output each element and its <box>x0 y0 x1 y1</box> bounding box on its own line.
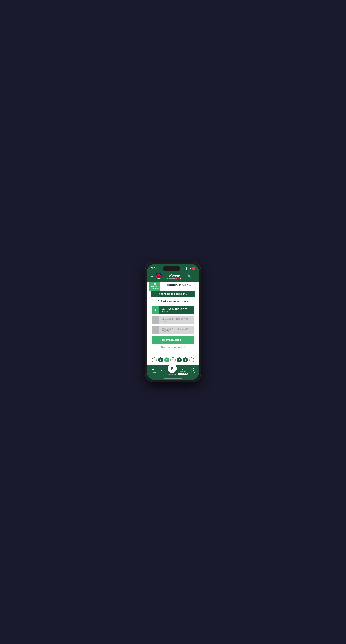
dictionary-icon <box>151 368 155 372</box>
option-c-text: YOU LIVE AT THE UNITED STATES <box>159 326 194 334</box>
phone-screen: 09:53 ▌▌ ∿ 18 ← <box>147 264 199 380</box>
success-message: Well done! Você acertou! <box>152 346 194 348</box>
notification-badge: 0 <box>163 367 165 369</box>
exercise-tag-badge: ⊡ Exercícios Gramaticais <box>149 282 160 291</box>
nav-live[interactable]: Aulas ao Vivo 3 dias 9:06:05 <box>178 366 188 375</box>
page-6[interactable]: 6 <box>164 358 169 362</box>
page-8[interactable]: 8 <box>177 358 182 362</box>
status-bar: 09:53 ▌▌ ∿ 18 <box>147 264 199 272</box>
page-next-button[interactable]: → <box>189 358 194 362</box>
home-button[interactable] <box>168 364 177 373</box>
section-header: PREPOSIÇÕES DE LOCAL <box>151 291 195 297</box>
app-logo: Kenny idiomas 🇬🇧 🇺🇸 🇪🇸 🇫🇷 <box>163 274 186 279</box>
nav-dictionary-label: Dicionário <box>150 372 156 374</box>
option-c-letter: C <box>152 326 159 334</box>
svg-rect-4 <box>152 370 154 370</box>
live-time-badge: 3 dias 9:06:05 <box>178 373 188 375</box>
nav-conversation-label: Conversação <box>158 372 167 374</box>
question-card: 7. Assinale a frase correta A YOU LIVE I… <box>149 297 197 354</box>
status-time: 09:53 <box>151 267 157 270</box>
language-label: Inglês <box>157 278 161 279</box>
next-question-button[interactable]: Proxima questão → <box>152 336 194 344</box>
nav-version: v5.2.2 <box>189 368 197 374</box>
language-selector[interactable]: Inglês <box>156 273 162 279</box>
option-c[interactable]: C YOU LIVE AT THE UNITED STATES <box>152 326 194 334</box>
home-indicator <box>147 378 199 380</box>
page-prev-button[interactable]: ← <box>152 358 157 362</box>
nav-home-label: Menu inicial <box>168 374 176 375</box>
nav-version-label: v5.2.2 <box>191 372 195 374</box>
nav-live-label: Aulas ao Vivo <box>178 371 187 372</box>
version-icon <box>191 368 195 372</box>
option-a[interactable]: A YOU LIVE IN THE UNITED STATES <box>152 306 194 314</box>
nav-header: ← Inglês Kenny idiomas 🇬🇧 🇺🇸 🇪🇸 🇫🇷 <box>147 272 199 282</box>
svg-rect-9 <box>182 368 183 368</box>
main-content: ⊡ Exercícios Gramaticais Módulo 1: Aula … <box>147 282 199 365</box>
option-b-letter: B <box>152 316 159 324</box>
module-header-row: ⊡ Exercícios Gramaticais Módulo 1: Aula … <box>149 282 197 291</box>
option-a-text: YOU LIVE IN THE UNITED STATES <box>159 306 194 314</box>
pagination: ← 5 6 7 8 9 → <box>149 356 197 365</box>
live-icon <box>181 366 185 370</box>
option-b[interactable]: B YOU LIVE ON THE UNITED STATES <box>152 316 194 324</box>
status-icons: ▌▌ ∿ 18 <box>186 268 195 270</box>
nav-home[interactable]: Menu inicial <box>168 366 177 375</box>
page-9[interactable]: 9 <box>183 358 188 362</box>
page-5[interactable]: 5 <box>158 358 163 362</box>
svg-point-11 <box>193 370 193 370</box>
search-icon[interactable]: 🔍 <box>187 274 191 278</box>
flag-icon <box>156 273 162 277</box>
bottom-nav: Dicionário 0 Conversação <box>147 365 199 378</box>
logo-sub: idiomas 🇬🇧 🇺🇸 🇪🇸 🇫🇷 <box>163 278 186 279</box>
nav-conversation[interactable]: 0 Conversação <box>158 368 167 374</box>
nav-actions: 🔍 ☰ <box>187 274 196 278</box>
home-icon <box>170 366 174 371</box>
page-7[interactable]: 7 <box>170 358 176 362</box>
next-button-arrow: → <box>183 338 186 342</box>
menu-icon[interactable]: ☰ <box>193 274 196 278</box>
wifi-icon: ∿ <box>190 268 191 270</box>
svg-rect-3 <box>152 369 154 370</box>
nav-dictionary[interactable]: Dicionário <box>149 368 157 374</box>
phone-frame: 09:53 ▌▌ ∿ 18 ← <box>146 262 200 382</box>
next-button-label: Proxima questão <box>160 338 181 342</box>
option-a-letter: A <box>152 306 159 314</box>
option-b-text: YOU LIVE ON THE UNITED STATES <box>159 316 194 324</box>
svg-rect-2 <box>152 369 154 369</box>
module-title: Módulo 1: Aula 3 <box>160 282 197 288</box>
question-text: 7. Assinale a frase correta <box>152 300 194 303</box>
home-indicator-bar <box>164 378 182 378</box>
logo-name: Kenny <box>163 274 186 278</box>
battery-badge: 18 <box>192 268 195 270</box>
dynamic-island <box>163 266 180 271</box>
section-header-text: PREPOSIÇÕES DE LOCAL <box>159 293 187 295</box>
back-button[interactable]: ← <box>150 274 154 279</box>
chat-icon-wrap: 0 <box>161 368 165 372</box>
signal-icon: ▌▌ <box>186 268 189 270</box>
svg-point-5 <box>162 369 162 369</box>
